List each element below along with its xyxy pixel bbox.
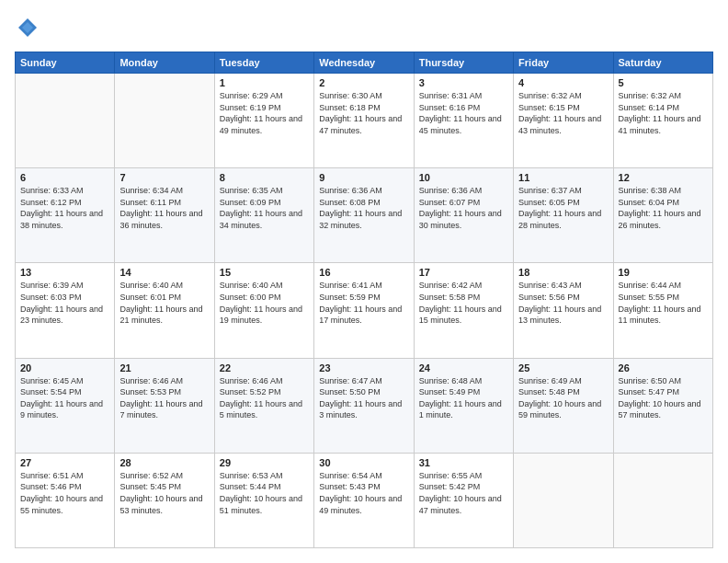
calendar-week-1: 1Sunrise: 6:29 AMSunset: 6:19 PMDaylight…: [16, 74, 713, 168]
day-info: Sunrise: 6:54 AMSunset: 5:43 PMDaylight:…: [319, 470, 408, 516]
weekday-header-friday: Friday: [514, 52, 613, 74]
day-number: 20: [20, 362, 109, 373]
day-info: Sunrise: 6:40 AMSunset: 6:00 PMDaylight:…: [220, 280, 309, 326]
calendar-cell: 23Sunrise: 6:47 AMSunset: 5:50 PMDayligh…: [314, 358, 414, 453]
weekday-header-sunday: Sunday: [16, 52, 115, 74]
day-info: Sunrise: 6:34 AMSunset: 6:11 PMDaylight:…: [119, 185, 209, 231]
calendar-cell: 30Sunrise: 6:54 AMSunset: 5:43 PMDayligh…: [314, 453, 414, 547]
calendar-cell: [115, 74, 214, 168]
page-container: SundayMondayTuesdayWednesdayThursdayFrid…: [0, 0, 728, 563]
calendar-week-4: 20Sunrise: 6:45 AMSunset: 5:54 PMDayligh…: [16, 358, 713, 453]
calendar-cell: 11Sunrise: 6:37 AMSunset: 6:05 PMDayligh…: [514, 168, 613, 263]
day-info: Sunrise: 6:38 AMSunset: 6:04 PMDaylight:…: [619, 185, 708, 231]
day-info: Sunrise: 6:31 AMSunset: 6:16 PMDaylight:…: [419, 90, 508, 136]
calendar-week-2: 6Sunrise: 6:33 AMSunset: 6:12 PMDaylight…: [16, 168, 713, 263]
calendar-cell: 27Sunrise: 6:51 AMSunset: 5:46 PMDayligh…: [16, 453, 115, 547]
day-info: Sunrise: 6:30 AMSunset: 6:18 PMDaylight:…: [319, 90, 408, 136]
calendar-cell: 15Sunrise: 6:40 AMSunset: 6:00 PMDayligh…: [214, 263, 313, 358]
logo-icon: [15, 15, 40, 40]
calendar-cell: 7Sunrise: 6:34 AMSunset: 6:11 PMDaylight…: [115, 168, 214, 263]
day-number: 9: [319, 172, 408, 183]
day-info: Sunrise: 6:44 AMSunset: 5:55 PMDaylight:…: [619, 280, 708, 326]
day-number: 1: [220, 77, 309, 88]
day-info: Sunrise: 6:40 AMSunset: 6:01 PMDaylight:…: [119, 280, 209, 326]
day-number: 16: [319, 267, 408, 278]
day-info: Sunrise: 6:36 AMSunset: 6:07 PMDaylight:…: [419, 185, 508, 231]
header: [15, 15, 713, 40]
day-info: Sunrise: 6:47 AMSunset: 5:50 PMDaylight:…: [319, 375, 408, 421]
day-info: Sunrise: 6:46 AMSunset: 5:52 PMDaylight:…: [220, 375, 309, 421]
calendar-cell: 22Sunrise: 6:46 AMSunset: 5:52 PMDayligh…: [214, 358, 313, 453]
calendar-cell: 13Sunrise: 6:39 AMSunset: 6:03 PMDayligh…: [16, 263, 115, 358]
calendar-cell: 14Sunrise: 6:40 AMSunset: 6:01 PMDayligh…: [115, 263, 214, 358]
calendar-cell: 5Sunrise: 6:32 AMSunset: 6:14 PMDaylight…: [613, 74, 712, 168]
day-number: 5: [619, 77, 708, 88]
calendar-cell: [613, 453, 712, 547]
calendar-cell: 16Sunrise: 6:41 AMSunset: 5:59 PMDayligh…: [314, 263, 414, 358]
day-info: Sunrise: 6:49 AMSunset: 5:48 PMDaylight:…: [518, 375, 608, 421]
day-info: Sunrise: 6:48 AMSunset: 5:49 PMDaylight:…: [419, 375, 508, 421]
weekday-header-monday: Monday: [115, 52, 214, 74]
calendar-cell: 6Sunrise: 6:33 AMSunset: 6:12 PMDaylight…: [16, 168, 115, 263]
calendar-cell: 1Sunrise: 6:29 AMSunset: 6:19 PMDaylight…: [214, 74, 313, 168]
day-info: Sunrise: 6:45 AMSunset: 5:54 PMDaylight:…: [20, 375, 109, 421]
weekday-header-thursday: Thursday: [414, 52, 513, 74]
day-number: 29: [220, 457, 309, 468]
calendar-cell: 3Sunrise: 6:31 AMSunset: 6:16 PMDaylight…: [414, 74, 513, 168]
calendar-cell: 21Sunrise: 6:46 AMSunset: 5:53 PMDayligh…: [115, 358, 214, 453]
day-number: 24: [419, 362, 508, 373]
day-number: 12: [619, 172, 708, 183]
day-number: 6: [20, 172, 109, 183]
day-info: Sunrise: 6:50 AMSunset: 5:47 PMDaylight:…: [619, 375, 708, 421]
calendar-week-5: 27Sunrise: 6:51 AMSunset: 5:46 PMDayligh…: [16, 453, 713, 547]
calendar-cell: 2Sunrise: 6:30 AMSunset: 6:18 PMDaylight…: [314, 74, 414, 168]
day-info: Sunrise: 6:51 AMSunset: 5:46 PMDaylight:…: [20, 470, 109, 516]
day-info: Sunrise: 6:55 AMSunset: 5:42 PMDaylight:…: [419, 470, 508, 516]
day-info: Sunrise: 6:46 AMSunset: 5:53 PMDaylight:…: [119, 375, 209, 421]
day-number: 8: [220, 172, 309, 183]
day-number: 19: [619, 267, 708, 278]
day-number: 7: [119, 172, 209, 183]
day-info: Sunrise: 6:43 AMSunset: 5:56 PMDaylight:…: [518, 280, 608, 326]
day-number: 26: [619, 362, 708, 373]
day-number: 23: [319, 362, 408, 373]
day-number: 15: [220, 267, 309, 278]
day-number: 2: [319, 77, 408, 88]
day-info: Sunrise: 6:52 AMSunset: 5:45 PMDaylight:…: [119, 470, 209, 516]
calendar-cell: 26Sunrise: 6:50 AMSunset: 5:47 PMDayligh…: [613, 358, 712, 453]
calendar-cell: [16, 74, 115, 168]
day-number: 14: [119, 267, 209, 278]
day-number: 30: [319, 457, 408, 468]
weekday-header-wednesday: Wednesday: [314, 52, 414, 74]
calendar-cell: 4Sunrise: 6:32 AMSunset: 6:15 PMDaylight…: [514, 74, 613, 168]
day-number: 22: [220, 362, 309, 373]
calendar-cell: 9Sunrise: 6:36 AMSunset: 6:08 PMDaylight…: [314, 168, 414, 263]
day-number: 21: [119, 362, 209, 373]
day-info: Sunrise: 6:53 AMSunset: 5:44 PMDaylight:…: [220, 470, 309, 516]
calendar-cell: 17Sunrise: 6:42 AMSunset: 5:58 PMDayligh…: [414, 263, 513, 358]
calendar-cell: 31Sunrise: 6:55 AMSunset: 5:42 PMDayligh…: [414, 453, 513, 547]
calendar-cell: 24Sunrise: 6:48 AMSunset: 5:49 PMDayligh…: [414, 358, 513, 453]
calendar-cell: 19Sunrise: 6:44 AMSunset: 5:55 PMDayligh…: [613, 263, 712, 358]
weekday-header-row: SundayMondayTuesdayWednesdayThursdayFrid…: [16, 52, 713, 74]
weekday-header-tuesday: Tuesday: [214, 52, 313, 74]
day-info: Sunrise: 6:29 AMSunset: 6:19 PMDaylight:…: [220, 90, 309, 136]
day-number: 18: [518, 267, 608, 278]
day-info: Sunrise: 6:41 AMSunset: 5:59 PMDaylight:…: [319, 280, 408, 326]
day-info: Sunrise: 6:39 AMSunset: 6:03 PMDaylight:…: [20, 280, 109, 326]
logo: [15, 15, 44, 40]
day-info: Sunrise: 6:42 AMSunset: 5:58 PMDaylight:…: [419, 280, 508, 326]
day-info: Sunrise: 6:33 AMSunset: 6:12 PMDaylight:…: [20, 185, 109, 231]
calendar-cell: 29Sunrise: 6:53 AMSunset: 5:44 PMDayligh…: [214, 453, 313, 547]
calendar-cell: 8Sunrise: 6:35 AMSunset: 6:09 PMDaylight…: [214, 168, 313, 263]
calendar-cell: 12Sunrise: 6:38 AMSunset: 6:04 PMDayligh…: [613, 168, 712, 263]
day-info: Sunrise: 6:36 AMSunset: 6:08 PMDaylight:…: [319, 185, 408, 231]
day-number: 27: [20, 457, 109, 468]
calendar-cell: [514, 453, 613, 547]
day-number: 4: [518, 77, 608, 88]
day-info: Sunrise: 6:37 AMSunset: 6:05 PMDaylight:…: [518, 185, 608, 231]
day-number: 3: [419, 77, 508, 88]
day-number: 13: [20, 267, 109, 278]
day-number: 31: [419, 457, 508, 468]
day-number: 11: [518, 172, 608, 183]
